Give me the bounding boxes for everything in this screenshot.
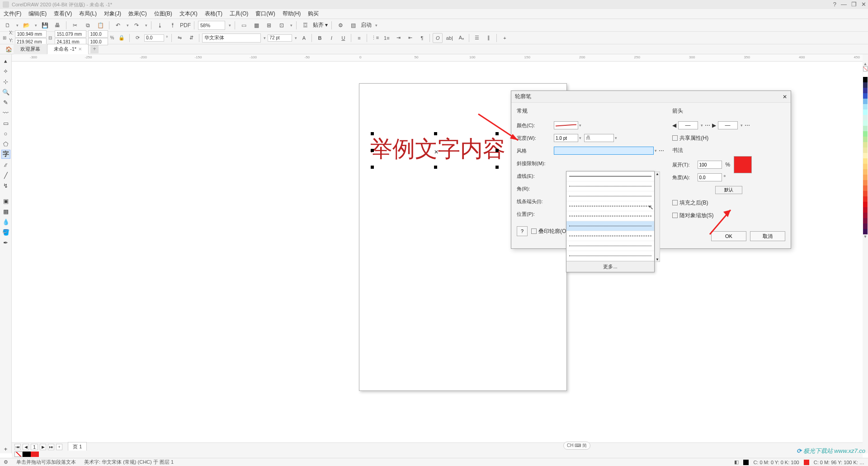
close-icon[interactable]: ✕ (861, 1, 866, 8)
palette-swatch-2[interactable] (863, 82, 868, 88)
save-icon[interactable]: 💾 (40, 20, 50, 30)
handle-bl[interactable] (371, 166, 374, 169)
help-icon[interactable]: ? (833, 1, 836, 8)
palette-swatch-0[interactable] (863, 71, 868, 77)
menu-text[interactable]: 文本(X) (179, 10, 198, 18)
mirror-v-icon[interactable]: ⇵ (186, 33, 196, 43)
font-size-up-icon[interactable]: A (299, 33, 309, 43)
fill-indicator-icon[interactable]: ◧ (734, 459, 739, 465)
export-icon[interactable]: ⭱ (168, 20, 178, 30)
zoom-tool-icon[interactable]: 🔍 (1, 87, 10, 96)
home-icon[interactable]: 🏠 (4, 44, 14, 54)
undo-icon[interactable]: ↶ (113, 20, 123, 30)
line-tool-icon[interactable]: ╱ (1, 171, 10, 180)
handle-mr[interactable] (495, 149, 499, 152)
menu-bitmap[interactable]: 位图(B) (154, 10, 172, 18)
options2-icon[interactable]: ☲ (300, 20, 310, 30)
palette-swatch-8[interactable] (863, 115, 868, 120)
style-more-icon[interactable]: ⋯ (659, 147, 664, 154)
handle-bm[interactable] (434, 166, 437, 169)
page-tab[interactable]: 页 1 (68, 442, 87, 452)
palette-swatch-16[interactable] (863, 158, 868, 164)
font-combo[interactable]: 华文宋体 (202, 33, 261, 43)
text-frame-icon[interactable]: ☰ (472, 33, 482, 43)
indent-dec-icon[interactable]: ⇤ (405, 33, 415, 43)
palette-swatch-12[interactable] (863, 137, 868, 142)
minimize-icon[interactable]: — (841, 1, 847, 8)
connector-tool-icon[interactable]: ↯ (1, 181, 10, 190)
palette-swatch-22[interactable] (863, 191, 868, 196)
palette-swatch-13[interactable] (863, 142, 868, 147)
menu-window[interactable]: 窗口(W) (255, 10, 275, 18)
x-field[interactable]: 100.949 mm (15, 30, 47, 38)
palette-swatch-23[interactable] (863, 196, 868, 202)
open-icon[interactable]: 📂 (21, 20, 31, 30)
menu-file[interactable]: 文件(F) (4, 10, 21, 18)
palette-swatch-27[interactable] (863, 218, 868, 223)
default-button[interactable]: 默认 (715, 186, 742, 194)
text-direction-icon[interactable]: ∥ (484, 33, 494, 43)
angle-input[interactable] (698, 173, 722, 181)
menu-help[interactable]: 帮助(H) (283, 10, 301, 18)
width-input[interactable] (554, 134, 578, 142)
menu-table[interactable]: 表格(T) (205, 10, 222, 18)
underline-icon[interactable]: U (338, 33, 348, 43)
style-opt-selected[interactable] (566, 221, 654, 231)
overprint-checkbox[interactable] (531, 228, 537, 234)
eyedropper-tool-icon[interactable]: 💧 (1, 217, 10, 226)
indent-inc-icon[interactable]: ⇥ (393, 33, 403, 43)
share-checkbox[interactable] (672, 135, 678, 141)
status-gear-icon[interactable]: ⚙ (4, 459, 8, 465)
page-current[interactable]: 1 (31, 444, 38, 450)
menu-view[interactable]: 查看(V) (54, 10, 72, 18)
palette-swatch-14[interactable] (863, 147, 868, 153)
list-number-icon[interactable]: 1≡ (382, 33, 392, 43)
new-icon[interactable]: 🗋 (3, 20, 13, 30)
arrow-end-combo[interactable]: — (718, 121, 738, 129)
doc-black-swatch[interactable] (23, 452, 31, 457)
palette-swatch-20[interactable] (863, 180, 868, 185)
dialog-close-icon[interactable]: ✕ (783, 94, 787, 100)
crop-tool-icon[interactable]: ⊹ (1, 77, 10, 86)
style-combo[interactable] (554, 147, 654, 155)
style-opt-dotted1[interactable] (566, 181, 654, 191)
palette-swatch-19[interactable] (863, 175, 868, 180)
color-picker[interactable] (554, 121, 578, 129)
ime-indicator[interactable]: CH ⌨ 简 (563, 442, 590, 450)
italic-icon[interactable]: I (326, 33, 336, 43)
rectangle-tool-icon[interactable]: ▭ (1, 119, 10, 128)
fullscreen-icon[interactable]: ▭ (239, 20, 249, 30)
lock-icon[interactable]: 🔒 (117, 33, 127, 43)
style-opt-dotted2[interactable] (566, 191, 654, 201)
mirror-h-icon[interactable]: ⇋ (175, 33, 184, 43)
arrow-end-opts-icon[interactable]: ⋯ (745, 122, 750, 128)
menu-layout[interactable]: 布局(L) (79, 10, 97, 18)
palette-swatch-28[interactable] (863, 223, 868, 229)
style-opt-dashed2[interactable] (566, 211, 654, 221)
palette-down-icon[interactable]: ▼ (863, 234, 868, 239)
no-fill-swatch[interactable] (863, 66, 868, 71)
spread-input[interactable] (698, 161, 722, 169)
font-size-combo[interactable]: 72 pt (268, 34, 292, 42)
transparency-tool-icon[interactable]: ▩ (1, 207, 10, 216)
add-tab-button[interactable]: + (90, 45, 99, 53)
shadow-tool-icon[interactable]: ▣ (1, 196, 10, 205)
page-first-icon[interactable]: ⏮ (14, 444, 21, 450)
doc-nofill-swatch[interactable] (14, 452, 23, 457)
w-field[interactable]: 151.079 mm (55, 30, 86, 38)
text-settings-icon[interactable]: Aₐ (456, 33, 466, 43)
palette-swatch-29[interactable] (863, 229, 868, 234)
grid-icon[interactable]: ▦ (251, 20, 261, 30)
handle-br[interactable] (495, 166, 499, 169)
freehand-tool-icon[interactable]: ✎ (1, 98, 10, 107)
arrow-start-opts-icon[interactable]: ⋯ (705, 122, 710, 128)
palette-swatch-25[interactable] (863, 207, 868, 213)
menu-object[interactable]: 对象(J) (104, 10, 121, 18)
launch-icon[interactable]: ▤ (348, 20, 358, 30)
palette-swatch-10[interactable] (863, 126, 868, 131)
pdf-icon[interactable]: PDF (180, 20, 190, 30)
shape-tool-icon[interactable]: ✧ (1, 67, 10, 76)
pick-tool-icon[interactable]: ▴ (1, 56, 10, 65)
palette-swatch-1[interactable] (863, 77, 868, 82)
toolbox-expand-icon[interactable]: + (1, 444, 10, 453)
